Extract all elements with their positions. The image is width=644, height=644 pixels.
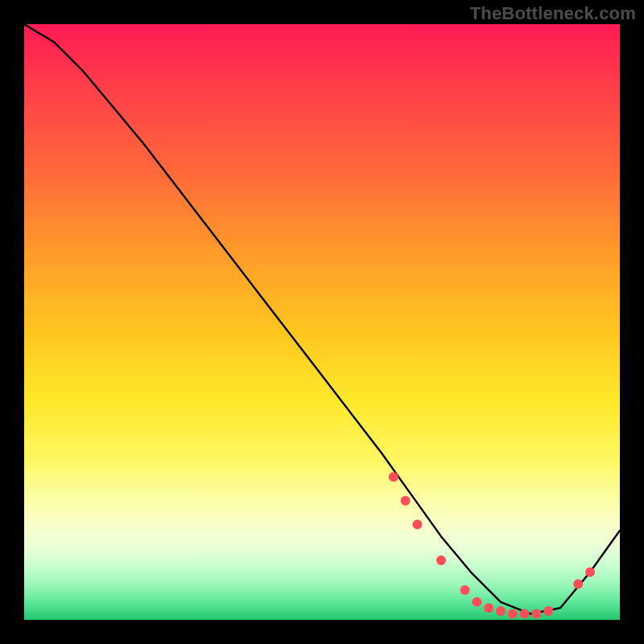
curve-path xyxy=(24,24,620,614)
data-marker xyxy=(472,597,481,607)
data-marker xyxy=(573,580,583,589)
watermark-text: TheBottleneck.com xyxy=(470,3,636,24)
data-marker xyxy=(520,609,530,619)
data-marker xyxy=(460,585,470,595)
data-marker xyxy=(585,568,595,577)
data-marker xyxy=(508,609,518,619)
chart-frame: TheBottleneck.com xyxy=(0,0,644,644)
curve-group xyxy=(24,24,620,614)
marker-group xyxy=(389,472,595,618)
data-marker xyxy=(412,520,422,530)
data-marker xyxy=(401,496,411,506)
chart-svg xyxy=(24,24,620,620)
data-marker xyxy=(484,603,493,613)
plot-area xyxy=(24,24,620,620)
data-marker xyxy=(531,609,541,619)
data-marker xyxy=(496,606,506,616)
data-marker xyxy=(436,555,446,565)
data-marker xyxy=(389,472,398,481)
data-marker xyxy=(543,606,553,616)
